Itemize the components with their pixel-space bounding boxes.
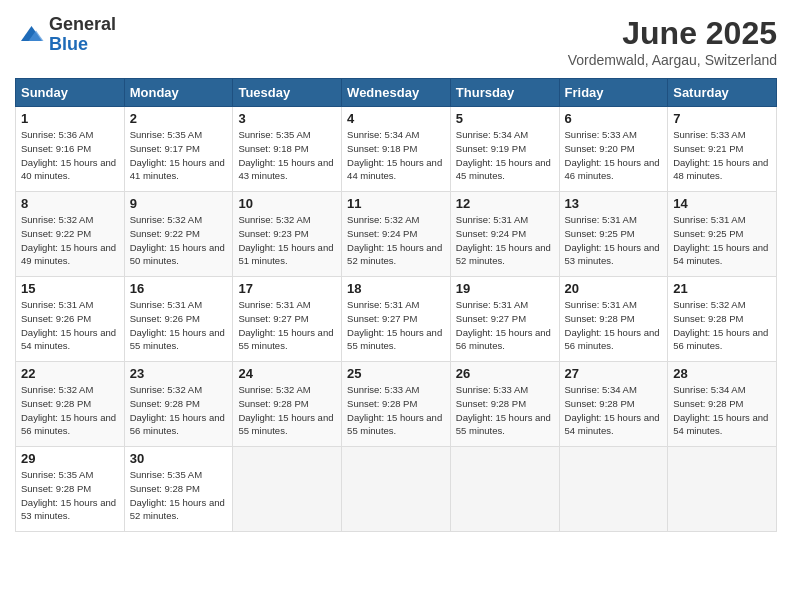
- table-row: 6Sunrise: 5:33 AM Sunset: 9:20 PM Daylig…: [559, 107, 668, 192]
- table-row: 22Sunrise: 5:32 AM Sunset: 9:28 PM Dayli…: [16, 362, 125, 447]
- table-row: 28Sunrise: 5:34 AM Sunset: 9:28 PM Dayli…: [668, 362, 777, 447]
- calendar-title: June 2025: [568, 15, 777, 52]
- table-row: 9Sunrise: 5:32 AM Sunset: 9:22 PM Daylig…: [124, 192, 233, 277]
- calendar-table: Sunday Monday Tuesday Wednesday Thursday…: [15, 78, 777, 532]
- logo-blue: Blue: [49, 35, 116, 55]
- table-row: 13Sunrise: 5:31 AM Sunset: 9:25 PM Dayli…: [559, 192, 668, 277]
- page-header: General Blue June 2025 Vordemwald, Aarga…: [15, 15, 777, 68]
- table-row: 12Sunrise: 5:31 AM Sunset: 9:24 PM Dayli…: [450, 192, 559, 277]
- title-block: June 2025 Vordemwald, Aargau, Switzerlan…: [568, 15, 777, 68]
- table-row: [559, 447, 668, 532]
- table-row: 16Sunrise: 5:31 AM Sunset: 9:26 PM Dayli…: [124, 277, 233, 362]
- table-row: 3Sunrise: 5:35 AM Sunset: 9:18 PM Daylig…: [233, 107, 342, 192]
- table-row: 15Sunrise: 5:31 AM Sunset: 9:26 PM Dayli…: [16, 277, 125, 362]
- logo-icon: [15, 20, 45, 50]
- table-row: 8Sunrise: 5:32 AM Sunset: 9:22 PM Daylig…: [16, 192, 125, 277]
- week-row-3: 15Sunrise: 5:31 AM Sunset: 9:26 PM Dayli…: [16, 277, 777, 362]
- table-row: 19Sunrise: 5:31 AM Sunset: 9:27 PM Dayli…: [450, 277, 559, 362]
- table-row: 24Sunrise: 5:32 AM Sunset: 9:28 PM Dayli…: [233, 362, 342, 447]
- day-1: 1Sunrise: 5:36 AM Sunset: 9:16 PM Daylig…: [16, 107, 125, 192]
- header-row: Sunday Monday Tuesday Wednesday Thursday…: [16, 79, 777, 107]
- header-monday: Monday: [124, 79, 233, 107]
- calendar-subtitle: Vordemwald, Aargau, Switzerland: [568, 52, 777, 68]
- header-saturday: Saturday: [668, 79, 777, 107]
- table-row: 20Sunrise: 5:31 AM Sunset: 9:28 PM Dayli…: [559, 277, 668, 362]
- table-row: 2Sunrise: 5:35 AM Sunset: 9:17 PM Daylig…: [124, 107, 233, 192]
- week-row-5: 29Sunrise: 5:35 AM Sunset: 9:28 PM Dayli…: [16, 447, 777, 532]
- week-row-2: 8Sunrise: 5:32 AM Sunset: 9:22 PM Daylig…: [16, 192, 777, 277]
- table-row: 11Sunrise: 5:32 AM Sunset: 9:24 PM Dayli…: [342, 192, 451, 277]
- table-row: [342, 447, 451, 532]
- table-row: 4Sunrise: 5:34 AM Sunset: 9:18 PM Daylig…: [342, 107, 451, 192]
- table-row: 17Sunrise: 5:31 AM Sunset: 9:27 PM Dayli…: [233, 277, 342, 362]
- week-row-4: 22Sunrise: 5:32 AM Sunset: 9:28 PM Dayli…: [16, 362, 777, 447]
- table-row: 27Sunrise: 5:34 AM Sunset: 9:28 PM Dayli…: [559, 362, 668, 447]
- table-row: 30Sunrise: 5:35 AM Sunset: 9:28 PM Dayli…: [124, 447, 233, 532]
- table-row: [668, 447, 777, 532]
- week-row-1: 1Sunrise: 5:36 AM Sunset: 9:16 PM Daylig…: [16, 107, 777, 192]
- logo-text: General Blue: [49, 15, 116, 55]
- header-friday: Friday: [559, 79, 668, 107]
- table-row: 21Sunrise: 5:32 AM Sunset: 9:28 PM Dayli…: [668, 277, 777, 362]
- header-sunday: Sunday: [16, 79, 125, 107]
- table-row: 7Sunrise: 5:33 AM Sunset: 9:21 PM Daylig…: [668, 107, 777, 192]
- logo: General Blue: [15, 15, 116, 55]
- table-row: 10Sunrise: 5:32 AM Sunset: 9:23 PM Dayli…: [233, 192, 342, 277]
- header-wednesday: Wednesday: [342, 79, 451, 107]
- table-row: 23Sunrise: 5:32 AM Sunset: 9:28 PM Dayli…: [124, 362, 233, 447]
- table-row: [450, 447, 559, 532]
- table-row: [233, 447, 342, 532]
- table-row: 29Sunrise: 5:35 AM Sunset: 9:28 PM Dayli…: [16, 447, 125, 532]
- table-row: 18Sunrise: 5:31 AM Sunset: 9:27 PM Dayli…: [342, 277, 451, 362]
- table-row: 14Sunrise: 5:31 AM Sunset: 9:25 PM Dayli…: [668, 192, 777, 277]
- logo-general: General: [49, 15, 116, 35]
- table-row: 5Sunrise: 5:34 AM Sunset: 9:19 PM Daylig…: [450, 107, 559, 192]
- header-thursday: Thursday: [450, 79, 559, 107]
- table-row: 26Sunrise: 5:33 AM Sunset: 9:28 PM Dayli…: [450, 362, 559, 447]
- header-tuesday: Tuesday: [233, 79, 342, 107]
- table-row: 25Sunrise: 5:33 AM Sunset: 9:28 PM Dayli…: [342, 362, 451, 447]
